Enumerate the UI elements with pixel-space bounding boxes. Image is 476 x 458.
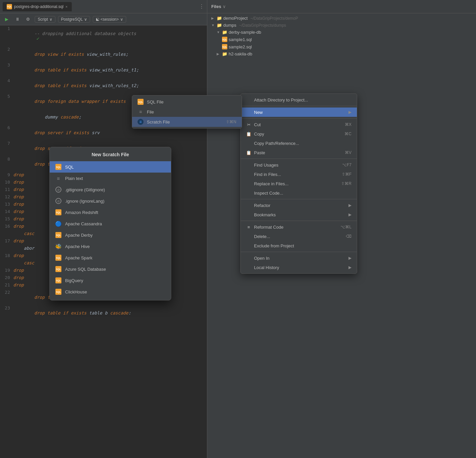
- scratch-clickhouse-icon: SQL: [55, 288, 62, 295]
- file-tree: ▶ 📁 demoProject ~/DataGripProjects/demoP…: [207, 13, 476, 59]
- ctx-copy[interactable]: 📋 Copy ⌘C: [241, 129, 357, 139]
- scratch-item-derby[interactable]: SQL Apache Derby: [50, 229, 171, 241]
- ctx-find-usages-shortcut: ⌥F7: [342, 163, 351, 167]
- ctx-find-in-files[interactable]: Find in Files... ⇧⌘F: [241, 170, 357, 179]
- ctx-bookmarks[interactable]: Bookmarks ▶: [241, 210, 357, 219]
- active-tab[interactable]: SQL postgres-drop-additional.sql ×: [3, 2, 72, 11]
- submenu-sql-file[interactable]: SQL SQL File: [132, 97, 242, 107]
- copy-icon: 📋: [246, 131, 251, 137]
- ctx-paste[interactable]: 📋 Paste ⌘V: [241, 148, 357, 157]
- scratch-list: SQL SQL ≡ Plain text ⊘ .gitignore (GitIg…: [50, 160, 171, 300]
- scratch-gitignore-label: .gitignore (GitIgnore): [65, 187, 105, 192]
- ctx-reformat[interactable]: ≡ Reformat Code ⌥⌘L: [241, 222, 357, 232]
- tab-more-button[interactable]: ⋮: [199, 3, 204, 10]
- scratch-item-redshift[interactable]: SQL Amazon Redshift: [50, 207, 171, 218]
- paste-icon: 📋: [246, 150, 251, 155]
- ctx-new[interactable]: New ▶: [241, 107, 357, 117]
- find-usages-icon: [246, 162, 251, 168]
- ctx-inspect-label: Inspect Code...: [254, 191, 283, 196]
- code-line-23: 23 drop table if exists table b cascade:: [0, 305, 207, 320]
- session-dropdown[interactable]: ⬕ <session> ∨: [93, 16, 126, 23]
- scratch-bigquery-icon: SQL: [55, 277, 62, 284]
- open-in-icon: [246, 255, 251, 261]
- tree-item-demoProject[interactable]: ▶ 📁 demoProject ~/DataGripProjects/demoP: [207, 15, 476, 22]
- ctx-cut-shortcut: ⌘X: [345, 122, 351, 127]
- refactor-icon: [246, 203, 251, 208]
- dialect-dropdown[interactable]: PostgreSQL ∨: [58, 16, 90, 23]
- submenu-scratch-file[interactable]: ≡ Scratch File ⇧⌘N: [132, 117, 242, 127]
- scratch-item-ignorelang[interactable]: ⊘ .ignore (IgnoreLang): [50, 195, 171, 207]
- scratch-sql-label: SQL: [65, 165, 74, 170]
- ctx-open-in[interactable]: Open In ▶: [241, 253, 357, 263]
- scratch-item-hive[interactable]: 🐝 Apache Hive: [50, 241, 171, 252]
- tree-label-sample2: sample2.sql: [229, 44, 252, 49]
- tree-item-sample2[interactable]: SQL sample2.sql: [207, 43, 476, 50]
- pause-button[interactable]: ⏸: [13, 15, 21, 23]
- scratch-item-sql[interactable]: SQL SQL: [50, 161, 171, 173]
- scratch-ignorelang-label: .ignore (IgnoreLang): [65, 199, 104, 204]
- ctx-reformat-label: Reformat Code: [254, 225, 283, 230]
- tree-item-sample1[interactable]: SQL sample1.sql: [207, 36, 476, 43]
- ctx-attach-directory[interactable]: Attach Directory to Project...: [241, 95, 357, 104]
- tree-item-derby[interactable]: ▼ 📁 derby-sample-db: [207, 29, 476, 36]
- ctx-cut[interactable]: ✂ Cut ⌘X: [241, 120, 357, 129]
- sql-badge-sample2: SQL: [222, 44, 227, 49]
- scratch-file-dialog: New Scratch File SQL SQL ≡ Plain text ⊘ …: [49, 147, 171, 300]
- scratch-azure-icon: SQL: [55, 266, 62, 272]
- code-line-2: 2 drop view if exists view_with_rules;: [0, 46, 207, 62]
- scratch-spark-label: Apache Spark: [65, 255, 92, 260]
- scratch-ignorelang-icon: ⊘: [55, 198, 62, 204]
- tree-item-dumps[interactable]: ▼ 📁 dumps ~/DataGripProjects/dumps: [207, 22, 476, 29]
- scratch-clickhouse-label: ClickHouse: [65, 289, 87, 294]
- ctx-copy-shortcut: ⌘C: [344, 132, 351, 136]
- ctx-paste-label: Paste: [254, 150, 265, 155]
- scratch-item-plain[interactable]: ≡ Plain text: [50, 173, 171, 184]
- ctx-new-label: New: [254, 110, 263, 115]
- code-line-1: 1 -- dropping additional database object…: [0, 25, 207, 46]
- ctx-attach-label: Attach Directory to Project...: [254, 97, 308, 102]
- run-button[interactable]: ▶: [3, 15, 11, 23]
- scratch-item-clickhouse[interactable]: SQL ClickHouse: [50, 286, 171, 297]
- ctx-copy-path[interactable]: Copy Path/Reference...: [241, 139, 357, 148]
- scratch-item-azure[interactable]: SQL Azure SQL Database: [50, 263, 171, 275]
- script-dropdown[interactable]: Script ∨: [35, 16, 55, 23]
- submenu-scratch-shortcut: ⇧⌘N: [226, 120, 236, 124]
- submenu-file[interactable]: ≡ File: [132, 107, 242, 117]
- scratch-item-spark[interactable]: SQL Apache Spark: [50, 252, 171, 263]
- bookmarks-icon: [246, 212, 251, 217]
- submenu-file-icon: ≡: [138, 109, 144, 115]
- ctx-find-usages[interactable]: Find Usages ⌥F7: [241, 160, 357, 170]
- tree-label-sample1: sample1.sql: [229, 37, 252, 42]
- ctx-find-in-files-label: Find in Files...: [254, 172, 281, 177]
- tree-label-h2sakila: h2-sakila-db: [229, 51, 252, 56]
- ctx-refactor[interactable]: Refactor ▶: [241, 201, 357, 210]
- ctx-exclude[interactable]: Exclude from Project: [241, 241, 357, 250]
- ctx-separator-4: [241, 199, 357, 199]
- scratch-item-bigquery[interactable]: SQL BigQuery: [50, 275, 171, 286]
- ctx-delete-shortcut: ⌫: [346, 234, 351, 239]
- ctx-separator-2: [241, 118, 357, 119]
- find-in-files-icon: [246, 172, 251, 177]
- scratch-cassandra-label: Apache Cassandra: [65, 221, 102, 226]
- submenu-new: SQL SQL File ≡ File ≡ Scratch File ⇧⌘N: [132, 95, 242, 129]
- settings-button[interactable]: ⚙: [24, 15, 32, 23]
- scratch-plain-icon: ≡: [55, 175, 62, 182]
- ctx-replace-in-files[interactable]: Replace in Files... ⇧⌘R: [241, 179, 357, 188]
- scratch-item-cassandra[interactable]: 🔵 Apache Cassandra: [50, 218, 171, 229]
- submenu-sql-icon: SQL: [138, 99, 144, 105]
- editor-toolbar: ▶ ⏸ ⚙ Script ∨ PostgreSQL ∨ ⬕ <session> …: [0, 13, 207, 25]
- scratch-item-gitignore[interactable]: ⊘ .gitignore (GitIgnore): [50, 184, 171, 195]
- ctx-replace-shortcut: ⇧⌘R: [341, 181, 351, 186]
- ctx-replace-label: Replace in Files...: [254, 181, 288, 186]
- tab-close-button[interactable]: ×: [65, 5, 67, 9]
- scratch-hive-label: Apache Hive: [65, 244, 90, 249]
- code-line-3: 3 drop table if exists view_with_rules_t…: [0, 62, 207, 77]
- files-panel-arrow[interactable]: ∨: [223, 4, 226, 9]
- ctx-copy-label: Copy: [254, 132, 264, 137]
- ctx-delete[interactable]: Delete... ⌫: [241, 232, 357, 241]
- sql-tab-icon: SQL: [7, 4, 12, 9]
- ctx-local-history[interactable]: Local History ▶: [241, 263, 357, 272]
- folder-icon-dumps: 📁: [217, 23, 222, 28]
- tree-item-h2sakila[interactable]: ▶ 📁 h2-sakila-db: [207, 50, 476, 57]
- ctx-inspect-code[interactable]: Inspect Code...: [241, 188, 357, 198]
